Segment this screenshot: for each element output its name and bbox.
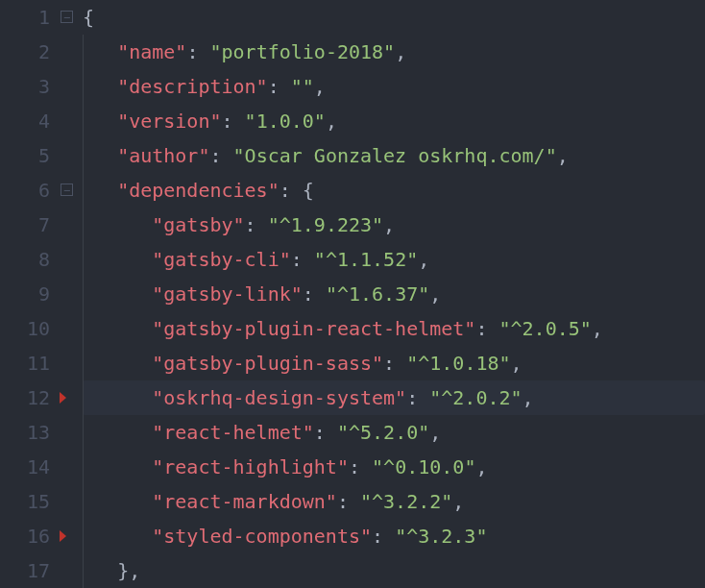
token-comma: ,	[475, 455, 487, 478]
token-colon: :	[280, 179, 303, 202]
code-line[interactable]: "gatsby-plugin-react-helmet": "^2.0.5",	[83, 311, 705, 346]
token-colon: :	[291, 248, 314, 271]
token-colon: :	[406, 386, 429, 409]
line-number: 12	[0, 380, 60, 415]
token-str: "^0.10.0"	[372, 455, 475, 478]
indent	[83, 282, 152, 306]
indent-guide	[83, 380, 84, 415]
line-number: 10	[0, 311, 60, 346]
code-line[interactable]: "react-markdown": "^3.2.2",	[83, 484, 705, 519]
code-line[interactable]: "gatsby-plugin-sass": "^1.0.18",	[83, 346, 705, 380]
token-colon: :	[475, 317, 498, 340]
code-line[interactable]: "version": "1.0.0",	[83, 104, 705, 138]
token-key: "dependencies"	[117, 179, 280, 202]
code-line[interactable]: },	[83, 553, 705, 588]
indent	[83, 352, 152, 375]
token-comma: ,	[129, 559, 140, 582]
indent	[83, 40, 117, 63]
line-number: 4	[0, 104, 60, 138]
indent-guide	[83, 35, 84, 69]
token-colon: :	[314, 421, 337, 444]
token-key: "react-helmet"	[152, 421, 314, 444]
code-line[interactable]: "name": "portfolio-2018",	[83, 35, 705, 69]
line-number: 7	[0, 208, 60, 242]
indent-guide	[83, 69, 84, 104]
indent-guide	[83, 173, 84, 208]
token-comma: ,	[557, 144, 569, 167]
indent	[83, 421, 152, 444]
token-key: "gatsby-plugin-sass"	[152, 352, 383, 375]
indent	[83, 386, 152, 409]
indent	[83, 490, 152, 513]
indent-guide	[83, 553, 84, 588]
token-colon: :	[303, 282, 326, 306]
code-line[interactable]: "oskrhq-design-system": "^2.0.2",	[83, 380, 705, 415]
token-key: "react-markdown"	[152, 490, 337, 513]
code-line[interactable]: "react-highlight": "^0.10.0",	[83, 450, 705, 484]
indent-guide	[83, 311, 84, 346]
token-colon: :	[337, 490, 360, 513]
code-editor[interactable]: 1−23456−7891011121314151617 { "name": "p…	[0, 0, 705, 588]
token-str: "^1.9.223"	[268, 213, 383, 236]
line-number: 6−	[0, 173, 60, 208]
token-colon: :	[372, 525, 395, 548]
indent	[83, 525, 152, 548]
token-str: "^3.2.2"	[360, 490, 452, 513]
indent	[83, 110, 117, 133]
code-line[interactable]: "description": "",	[83, 69, 705, 104]
line-number: 1−	[0, 0, 60, 35]
token-colon: :	[209, 144, 232, 167]
token-comma: ,	[511, 352, 523, 375]
indent	[83, 144, 117, 167]
token-key: "description"	[117, 75, 268, 98]
token-comma: ,	[383, 213, 395, 236]
code-area[interactable]: { "name": "portfolio-2018", "description…	[60, 0, 705, 588]
line-number: 13	[0, 415, 60, 450]
indent-guide	[83, 242, 84, 277]
indent	[83, 75, 117, 98]
code-line[interactable]: "gatsby-link": "^1.6.37",	[83, 277, 705, 311]
code-line[interactable]: {	[83, 0, 705, 35]
token-comma: ,	[418, 248, 429, 271]
token-str: "^5.2.0"	[337, 421, 429, 444]
token-str: "^1.6.37"	[326, 282, 429, 306]
token-comma: ,	[326, 110, 337, 133]
code-line[interactable]: "author": "Oscar Gonzalez oskrhq.com/",	[83, 138, 705, 173]
code-line[interactable]: "styled-components": "^3.2.3"	[83, 519, 705, 553]
indent	[83, 179, 117, 202]
code-line[interactable]: "react-helmet": "^5.2.0",	[83, 415, 705, 450]
line-number: 9	[0, 277, 60, 311]
token-colon: :	[268, 75, 291, 98]
indent	[83, 317, 152, 340]
token-key: "styled-components"	[152, 525, 372, 548]
line-number: 3	[0, 69, 60, 104]
indent-guide	[83, 519, 84, 553]
indent-guide	[83, 277, 84, 311]
token-colon: :	[383, 352, 406, 375]
token-str: "^1.0.18"	[406, 352, 510, 375]
code-line[interactable]: "dependencies": {	[83, 173, 705, 208]
indent-guide	[83, 484, 84, 519]
indent-guide	[83, 415, 84, 450]
line-number: 17	[0, 553, 60, 588]
indent	[83, 248, 152, 271]
token-comma: ,	[395, 40, 406, 63]
token-str: "1.0.0"	[245, 110, 326, 133]
line-number: 16	[0, 519, 60, 553]
token-str: ""	[291, 75, 314, 98]
token-key: "oskrhq-design-system"	[152, 386, 406, 409]
token-str: "Oscar Gonzalez oskrhq.com/"	[233, 144, 557, 167]
token-str: "portfolio-2018"	[209, 40, 395, 63]
indent-guide	[83, 104, 84, 138]
token-key: "react-highlight"	[152, 455, 349, 478]
token-key: "gatsby-link"	[152, 282, 303, 306]
token-colon: :	[222, 110, 245, 133]
code-line[interactable]: "gatsby-cli": "^1.1.52",	[83, 242, 705, 277]
token-comma: ,	[592, 317, 603, 340]
indent-guide	[83, 450, 84, 484]
token-str: "^2.0.5"	[499, 317, 592, 340]
token-colon: :	[349, 455, 372, 478]
line-number: 11	[0, 346, 60, 380]
token-key: "gatsby-plugin-react-helmet"	[152, 317, 475, 340]
code-line[interactable]: "gatsby": "^1.9.223",	[83, 208, 705, 242]
